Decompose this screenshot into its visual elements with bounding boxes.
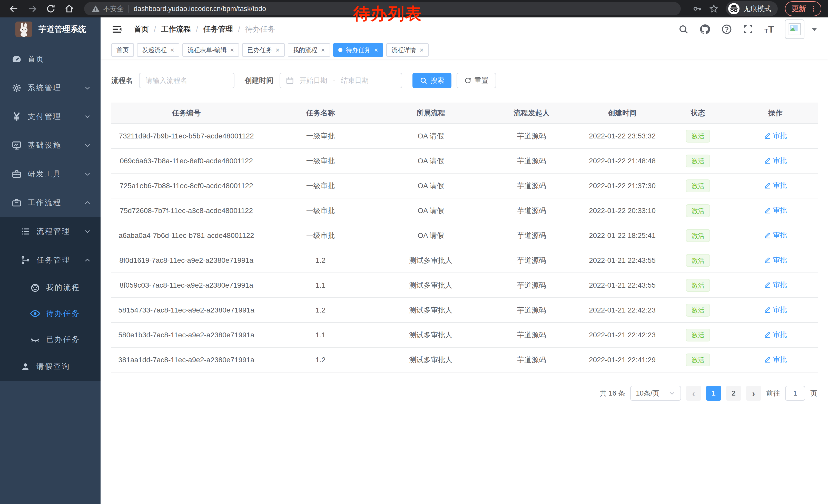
status-badge: 激活 bbox=[686, 254, 710, 267]
task-id-cell: a6aba0a4-7b6d-11ec-b781-acde48001122 bbox=[111, 223, 261, 248]
tag[interactable]: 已办任务× bbox=[242, 43, 285, 57]
sidebar-item-home[interactable]: 首页 bbox=[0, 45, 100, 74]
sidebar-item-infrastructure[interactable]: 基础设施 bbox=[0, 131, 100, 160]
tag-close-icon[interactable]: × bbox=[170, 47, 174, 53]
task-name-cell: 1.2 bbox=[261, 297, 380, 322]
task-id-cell: 75d72608-7b7f-11ec-a3c8-acde48001122 bbox=[111, 198, 261, 223]
prev-page-button[interactable]: ‹ bbox=[686, 386, 701, 401]
pen-icon bbox=[764, 157, 771, 164]
task-name-cell: 1.2 bbox=[261, 348, 380, 372]
tag[interactable]: 待办任务× bbox=[333, 43, 383, 57]
monitor-icon bbox=[11, 140, 23, 150]
tag[interactable]: 首页 bbox=[111, 43, 134, 57]
sidebar-item-dev-tools[interactable]: 研发工具 bbox=[0, 160, 100, 188]
sidebar-item-done-tasks[interactable]: 已办任务 bbox=[0, 326, 100, 352]
browser-reload-button[interactable] bbox=[44, 2, 58, 16]
approve-link[interactable]: 审批 bbox=[764, 131, 787, 140]
process-name-input[interactable] bbox=[139, 73, 235, 88]
approve-link[interactable]: 审批 bbox=[764, 156, 787, 165]
page-button-1[interactable]: 1 bbox=[706, 386, 721, 401]
goto-page-input[interactable] bbox=[785, 386, 805, 401]
date-range-picker[interactable]: 开始日期 - 结束日期 bbox=[280, 73, 402, 88]
page-button-2[interactable]: 2 bbox=[726, 386, 741, 401]
approve-link[interactable]: 审批 bbox=[764, 181, 787, 190]
tag-close-icon[interactable]: × bbox=[230, 47, 234, 53]
approve-link[interactable]: 审批 bbox=[764, 355, 787, 364]
start-date-placeholder: 开始日期 bbox=[300, 76, 327, 85]
browser-back-button[interactable] bbox=[7, 2, 21, 16]
avatar[interactable] bbox=[785, 19, 804, 39]
dashboard-icon bbox=[11, 54, 23, 64]
approve-link[interactable]: 审批 bbox=[764, 230, 787, 240]
help-icon[interactable] bbox=[721, 24, 732, 35]
user-icon bbox=[19, 362, 31, 371]
sidebar-item-todo-tasks[interactable]: 待办任务 bbox=[0, 301, 100, 326]
sidebar-item-system-management[interactable]: 系统管理 bbox=[0, 74, 100, 102]
search-button[interactable]: 搜索 bbox=[412, 73, 451, 88]
action-cell: 审批 bbox=[733, 273, 818, 297]
tag-close-icon[interactable]: × bbox=[321, 47, 325, 53]
page-size-select[interactable]: 10条/页 bbox=[630, 386, 681, 401]
chevron-down-icon bbox=[84, 113, 91, 121]
goto-label: 前往 bbox=[766, 388, 780, 398]
next-page-button[interactable]: › bbox=[746, 386, 761, 401]
incognito-badge: 无痕模式 bbox=[726, 1, 778, 16]
password-key-icon[interactable] bbox=[693, 4, 702, 13]
home-icon bbox=[64, 4, 74, 14]
tag[interactable]: 流程详情× bbox=[386, 43, 429, 57]
rabbit-logo-image bbox=[15, 21, 32, 37]
sidebar-item-leave-query[interactable]: 请假查询 bbox=[0, 352, 100, 381]
table-row: 75d72608-7b7f-11ec-a3c8-acde48001122一级审批… bbox=[111, 198, 818, 223]
breadcrumb-task-management[interactable]: 任务管理 bbox=[203, 24, 233, 34]
approve-link[interactable]: 审批 bbox=[764, 255, 787, 265]
tag[interactable]: 流程表单-编辑× bbox=[182, 43, 239, 57]
status-badge: 激活 bbox=[686, 279, 710, 292]
briefcase-icon bbox=[11, 198, 23, 208]
tag[interactable]: 发起流程× bbox=[137, 43, 179, 57]
approve-link[interactable]: 审批 bbox=[764, 305, 787, 314]
browser-forward-button[interactable] bbox=[25, 2, 40, 16]
app-header: 首页 / 工作流程 / 任务管理 / 待办任务 TT bbox=[100, 17, 828, 41]
breadcrumb-separator: / bbox=[154, 25, 156, 34]
tag-label: 待办任务 bbox=[346, 46, 371, 54]
browser-home-button[interactable] bbox=[62, 2, 76, 16]
sidebar-toggle-icon[interactable] bbox=[111, 24, 123, 35]
column-header: 操作 bbox=[733, 102, 818, 124]
fullscreen-icon[interactable] bbox=[743, 24, 754, 35]
approve-link[interactable]: 审批 bbox=[764, 205, 787, 215]
breadcrumb-home[interactable]: 首页 bbox=[134, 24, 149, 34]
bookmark-star-icon[interactable] bbox=[709, 4, 719, 13]
sidebar-item-workflow[interactable]: 工作流程 bbox=[0, 188, 100, 217]
broken-image-icon bbox=[787, 22, 802, 36]
not-secure-warning-icon bbox=[91, 4, 100, 13]
process-cell: OA 请假 bbox=[380, 124, 482, 148]
approve-link[interactable]: 审批 bbox=[764, 280, 787, 289]
tag-close-icon[interactable]: × bbox=[420, 47, 423, 53]
tag-close-icon[interactable]: × bbox=[374, 47, 378, 53]
sidebar-item-task-management[interactable]: 任务管理 bbox=[0, 246, 100, 275]
pen-icon bbox=[764, 182, 771, 189]
browser-update-button[interactable]: 更新 bbox=[785, 1, 821, 16]
breadcrumb-workflow[interactable]: 工作流程 bbox=[161, 24, 191, 34]
tag-close-icon[interactable]: × bbox=[276, 47, 279, 53]
process-cell: OA 请假 bbox=[380, 173, 482, 198]
table-row: 069c6a63-7b8a-11ec-8ef0-acde48001122一级审批… bbox=[111, 148, 818, 173]
app-logo-row[interactable]: 芋道管理系统 bbox=[0, 17, 100, 41]
reset-button[interactable]: 重置 bbox=[457, 73, 496, 88]
github-icon[interactable] bbox=[699, 24, 710, 35]
tag[interactable]: 我的流程× bbox=[288, 43, 330, 57]
search-icon[interactable] bbox=[678, 24, 689, 34]
sidebar-submenu: 流程管理任务管理我的流程待办任务已办任务请假查询 bbox=[0, 217, 100, 381]
approve-link[interactable]: 审批 bbox=[764, 330, 787, 339]
breadcrumb: 首页 / 工作流程 / 任务管理 / 待办任务 bbox=[134, 24, 275, 34]
task-name-cell: 一级审批 bbox=[261, 198, 380, 223]
sidebar-item-payment-management[interactable]: 支付管理 bbox=[0, 102, 100, 131]
sidebar-item-process-management[interactable]: 流程管理 bbox=[0, 217, 100, 246]
sidebar-item-my-process[interactable]: 我的流程 bbox=[0, 275, 100, 301]
browser-menu-dots-icon[interactable] bbox=[810, 5, 817, 12]
toolbox-icon bbox=[11, 169, 23, 179]
address-bar-divider bbox=[128, 5, 128, 12]
font-size-icon[interactable]: TT bbox=[764, 25, 774, 34]
avatar-caret-icon[interactable] bbox=[812, 28, 817, 31]
process-cell: OA 请假 bbox=[380, 198, 482, 223]
